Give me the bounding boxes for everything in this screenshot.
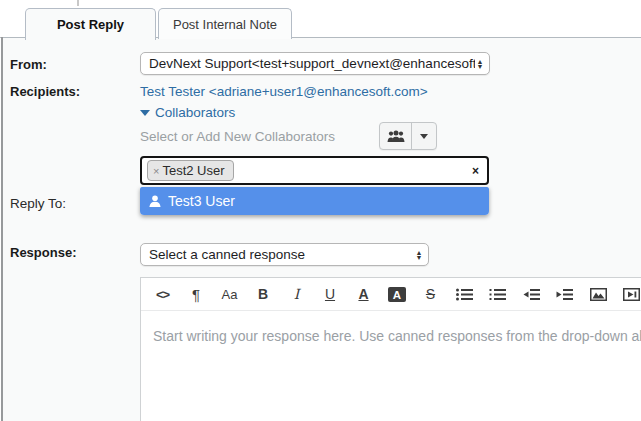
highlight-color-button[interactable]: A <box>387 286 408 303</box>
insert-image-button[interactable] <box>588 288 609 301</box>
collaborator-suggestions-dropdown: Test3 User <box>140 187 489 215</box>
suggestion-item-label: Test3 User <box>168 193 235 209</box>
remove-tag-icon[interactable]: × <box>153 165 159 177</box>
users-group-icon <box>387 130 405 143</box>
post-reply-form: Post Reply Post Internal Note From: DevN… <box>0 0 641 421</box>
collaborators-dropdown-button[interactable] <box>412 123 436 149</box>
from-select-value: DevNext Support<test+support_devnext@enh… <box>141 56 475 71</box>
tab-post-internal-note[interactable]: Post Internal Note <box>158 8 292 39</box>
editor-toolbar: <> ¶ Aa B I U A A S <box>141 278 641 311</box>
collaborators-button-group <box>379 122 437 150</box>
recipient-link[interactable]: Test Tester <adriane+user1@enhancesoft.c… <box>140 84 428 99</box>
indent-button[interactable] <box>554 288 575 301</box>
response-editor: <> ¶ Aa B I U A A S <box>140 277 641 421</box>
bold-button[interactable]: B <box>253 286 274 302</box>
manage-collaborators-button[interactable] <box>380 123 412 149</box>
selected-collaborator-label: Test2 User <box>162 163 224 178</box>
text-color-button[interactable]: A <box>353 286 374 302</box>
panel-left-border <box>1 37 3 421</box>
font-family-button[interactable]: Aa <box>219 287 240 302</box>
unordered-list-icon <box>456 288 473 301</box>
selected-collaborator-tag: × Test2 User <box>147 160 234 181</box>
html-source-button[interactable]: <> <box>152 287 173 302</box>
strikethrough-button[interactable]: S <box>420 286 441 302</box>
collaborators-toggle-label: Collaborators <box>155 105 235 120</box>
collaborators-toggle[interactable]: Collaborators <box>140 105 235 120</box>
reply-to-label: Reply To: <box>10 196 66 211</box>
tab-post-reply-label: Post Reply <box>57 17 124 32</box>
canned-response-select[interactable]: Select a canned response ▲▼ <box>140 243 429 266</box>
ordered-list-button[interactable] <box>487 288 508 301</box>
outdent-icon <box>523 288 540 301</box>
chevron-down-icon <box>420 134 428 139</box>
image-icon <box>590 288 607 301</box>
select-arrows-icon: ▲▼ <box>414 250 428 260</box>
response-label: Response: <box>10 245 76 260</box>
user-icon <box>149 195 161 207</box>
from-label: From: <box>10 57 47 72</box>
ordered-list-icon <box>489 288 506 301</box>
triangle-down-icon <box>140 110 150 116</box>
highlight-color-glyph: A <box>388 287 405 302</box>
underline-button[interactable]: U <box>320 286 341 302</box>
paragraph-format-button[interactable]: ¶ <box>186 286 207 303</box>
tab-post-internal-note-label: Post Internal Note <box>173 17 277 32</box>
outdent-button[interactable] <box>521 288 542 301</box>
italic-button[interactable]: I <box>286 286 307 302</box>
indent-icon <box>556 288 573 301</box>
select-arrows-icon: ▲▼ <box>475 59 489 69</box>
video-icon <box>623 288 640 301</box>
from-select[interactable]: DevNext Support<test+support_devnext@enh… <box>140 52 490 75</box>
insert-video-button[interactable] <box>621 288 641 301</box>
clear-input-icon[interactable]: × <box>472 164 479 178</box>
scroll-remnant-line <box>77 0 79 6</box>
collaborator-search-input[interactable]: × Test2 User × <box>140 156 489 185</box>
editor-placeholder[interactable]: Start writing your response here. Use ca… <box>141 311 641 344</box>
collaborators-hint: Select or Add New Collaborators <box>140 129 335 144</box>
unordered-list-button[interactable] <box>454 288 475 301</box>
suggestion-item[interactable]: Test3 User <box>140 187 489 215</box>
tab-post-reply[interactable]: Post Reply <box>25 8 156 40</box>
canned-response-select-value: Select a canned response <box>141 247 414 262</box>
recipients-label: Recipients: <box>10 84 80 99</box>
